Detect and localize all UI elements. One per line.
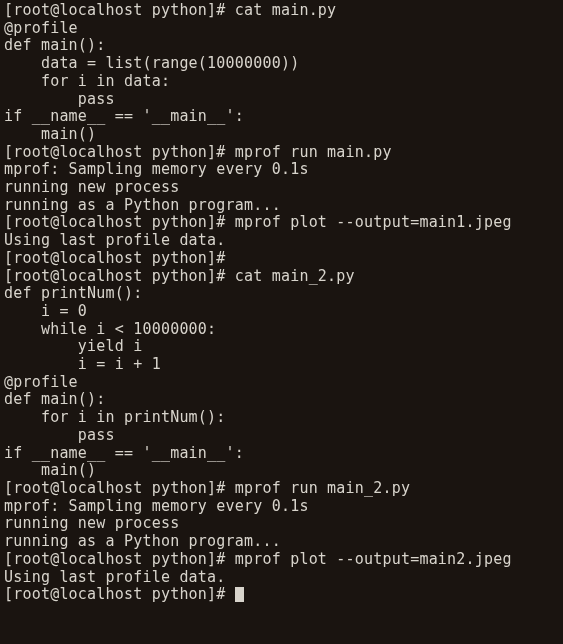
terminal-line: if __name__ == '__main__':: [4, 108, 559, 126]
shell-command: mprof run main_2.py: [235, 479, 410, 497]
terminal-line: [root@localhost python]# mprof run main.…: [4, 144, 559, 162]
terminal-line: @profile: [4, 374, 559, 392]
shell-command: mprof plot --output=main1.jpeg: [235, 213, 512, 231]
terminal-line: for i in printNum():: [4, 409, 559, 427]
output-text: @profile: [4, 373, 78, 391]
output-text: running new process: [4, 178, 179, 196]
terminal-line: main(): [4, 126, 559, 144]
output-text: main(): [4, 125, 96, 143]
terminal-line: Using last profile data.: [4, 569, 559, 587]
output-text: mprof: Sampling memory every 0.1s: [4, 160, 309, 178]
output-text: for i in data:: [4, 72, 170, 90]
output-text: pass: [4, 426, 115, 444]
shell-command: mprof plot --output=main2.jpeg: [235, 550, 512, 568]
output-text: def printNum():: [4, 284, 142, 302]
output-text: if __name__ == '__main__':: [4, 444, 244, 462]
shell-prompt: [root@localhost python]#: [4, 213, 235, 231]
terminal-line: i = 0: [4, 303, 559, 321]
output-text: i = 0: [4, 302, 87, 320]
output-text: Using last profile data.: [4, 231, 226, 249]
shell-prompt: [root@localhost python]#: [4, 479, 235, 497]
terminal-line: [root@localhost python]# cat main_2.py: [4, 268, 559, 286]
output-text: while i < 10000000:: [4, 320, 216, 338]
output-text: data = list(range(10000000)): [4, 54, 299, 72]
terminal-line: running new process: [4, 179, 559, 197]
terminal-line: def main():: [4, 391, 559, 409]
terminal-line: if __name__ == '__main__':: [4, 445, 559, 463]
output-text: Using last profile data.: [4, 568, 226, 586]
terminal-line: data = list(range(10000000)): [4, 55, 559, 73]
terminal-line: [root@localhost python]#: [4, 250, 559, 268]
shell-prompt: [root@localhost python]#: [4, 267, 235, 285]
terminal-line: pass: [4, 427, 559, 445]
cursor-icon: [235, 587, 244, 602]
shell-prompt: [root@localhost python]#: [4, 585, 235, 603]
terminal-line: running as a Python program...: [4, 197, 559, 215]
terminal-line: [root@localhost python]# mprof plot --ou…: [4, 214, 559, 232]
output-text: if __name__ == '__main__':: [4, 107, 244, 125]
shell-prompt: [root@localhost python]#: [4, 550, 235, 568]
terminal-line: yield i: [4, 338, 559, 356]
shell-command: cat main.py: [235, 1, 337, 19]
output-text: pass: [4, 90, 115, 108]
terminal-line: Using last profile data.: [4, 232, 559, 250]
terminal-line: pass: [4, 91, 559, 109]
terminal-line: i = i + 1: [4, 356, 559, 374]
terminal-line: main(): [4, 462, 559, 480]
terminal-line: [root@localhost python]# cat main.py: [4, 2, 559, 20]
output-text: @profile: [4, 19, 78, 37]
terminal-line: for i in data:: [4, 73, 559, 91]
terminal-line: def printNum():: [4, 285, 559, 303]
terminal-line: while i < 10000000:: [4, 321, 559, 339]
output-text: running as a Python program...: [4, 196, 281, 214]
output-text: yield i: [4, 337, 142, 355]
shell-command: mprof run main.py: [235, 143, 392, 161]
shell-prompt: [root@localhost python]#: [4, 249, 235, 267]
terminal-line: mprof: Sampling memory every 0.1s: [4, 161, 559, 179]
output-text: for i in printNum():: [4, 408, 226, 426]
terminal-line: [root@localhost python]# mprof plot --ou…: [4, 551, 559, 569]
output-text: def main():: [4, 390, 106, 408]
output-text: running as a Python program...: [4, 532, 281, 550]
terminal-output[interactable]: [root@localhost python]# cat main.py@pro…: [0, 0, 563, 606]
terminal-line: [root@localhost python]#: [4, 586, 559, 604]
terminal-line: running as a Python program...: [4, 533, 559, 551]
output-text: i = i + 1: [4, 355, 161, 373]
shell-prompt: [root@localhost python]#: [4, 143, 235, 161]
shell-command: cat main_2.py: [235, 267, 355, 285]
output-text: running new process: [4, 514, 179, 532]
terminal-line: running new process: [4, 515, 559, 533]
output-text: mprof: Sampling memory every 0.1s: [4, 497, 309, 515]
terminal-line: def main():: [4, 37, 559, 55]
terminal-line: mprof: Sampling memory every 0.1s: [4, 498, 559, 516]
output-text: main(): [4, 461, 96, 479]
terminal-line: @profile: [4, 20, 559, 38]
shell-prompt: [root@localhost python]#: [4, 1, 235, 19]
terminal-line: [root@localhost python]# mprof run main_…: [4, 480, 559, 498]
output-text: def main():: [4, 36, 106, 54]
